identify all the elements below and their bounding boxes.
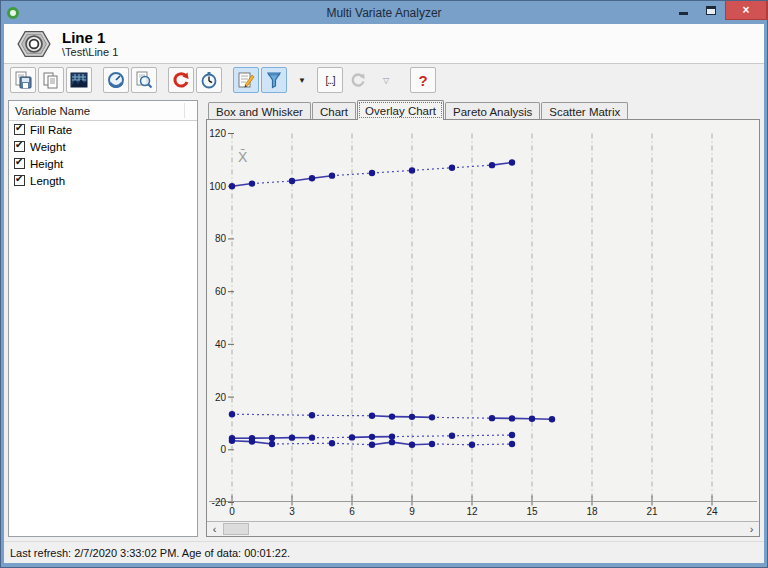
data-point <box>309 434 315 440</box>
save-button[interactable] <box>10 67 36 93</box>
main-content: Variable Name Fill RateWeightHeightLengt… <box>4 96 764 541</box>
data-point <box>509 432 515 438</box>
checkbox-icon[interactable] <box>14 124 25 135</box>
data-point <box>289 178 295 184</box>
tab-strip: Box and WhiskerChartOverlay ChartPareto … <box>206 100 760 120</box>
svg-text:60: 60 <box>215 286 227 297</box>
data-point <box>389 413 395 419</box>
svg-text:0: 0 <box>229 506 235 517</box>
data-point <box>329 440 335 446</box>
help-button[interactable]: ? <box>410 67 436 93</box>
variable-row-height[interactable]: Height <box>9 155 197 172</box>
variable-label: Weight <box>30 141 66 153</box>
status-text: Last refresh: 2/7/2020 3:33:02 PM. Age o… <box>10 547 290 559</box>
data-point <box>369 413 375 419</box>
status-bar: Last refresh: 2/7/2020 3:33:02 PM. Age o… <box>4 541 764 563</box>
data-point <box>349 434 355 440</box>
tab-overlay-chart[interactable]: Overlay Chart <box>357 100 444 120</box>
tab-area: Box and WhiskerChartOverlay ChartPareto … <box>206 100 760 537</box>
data-point <box>249 180 255 186</box>
data-point <box>449 433 455 439</box>
clock-icon <box>200 71 218 89</box>
data-point <box>429 441 435 447</box>
document-pencil-icon <box>237 71 255 89</box>
data-point <box>529 415 535 421</box>
refresh-timer-button[interactable] <box>196 67 222 93</box>
filter-dropdown-button[interactable]: ▼ <box>289 67 315 93</box>
data-point <box>489 162 495 168</box>
variable-row-fill-rate[interactable]: Fill Rate <box>9 121 197 138</box>
data-point <box>229 183 235 189</box>
data-point <box>449 165 455 171</box>
chart-horizontal-scrollbar[interactable]: ‹ › <box>207 521 759 536</box>
data-point <box>369 434 375 440</box>
refresh-button[interactable] <box>168 67 194 93</box>
down-triangle-outline-icon: ▽ <box>383 76 389 85</box>
svg-text:20: 20 <box>215 392 227 403</box>
checkbox-icon[interactable] <box>14 175 25 186</box>
tab-chart[interactable]: Chart <box>312 102 356 120</box>
data-point <box>269 435 275 441</box>
svg-text:6: 6 <box>349 506 355 517</box>
edit-annotations-button[interactable] <box>233 67 259 93</box>
variables-column-header[interactable]: Variable Name <box>9 101 197 121</box>
panel-splitter[interactable] <box>198 100 206 537</box>
funnel-icon <box>265 71 283 89</box>
variable-label: Length <box>30 175 65 187</box>
variable-label: Height <box>30 158 63 170</box>
gauge-icon <box>107 71 125 89</box>
data-point <box>489 415 495 421</box>
checkbox-icon[interactable] <box>14 158 25 169</box>
export-chart-image-button[interactable] <box>66 67 92 93</box>
floppy-disk-icon <box>14 71 32 89</box>
data-point <box>369 442 375 448</box>
svg-text:9: 9 <box>409 506 415 517</box>
data-point <box>389 433 395 439</box>
checkbox-icon[interactable] <box>14 141 25 152</box>
ellipsis-options-button[interactable]: [...] <box>317 67 343 93</box>
magnifier-document-icon <box>135 71 153 89</box>
undo-dropdown-button: ▽ <box>373 67 399 93</box>
data-point <box>229 438 235 444</box>
data-point <box>309 175 315 181</box>
maximize-icon <box>706 6 716 15</box>
svg-text:21: 21 <box>646 506 658 517</box>
scrollbar-track[interactable] <box>222 522 744 536</box>
tab-box-and-whisker[interactable]: Box and Whisker <box>208 102 311 120</box>
nut-icon <box>16 29 52 59</box>
filter-button[interactable] <box>261 67 287 93</box>
tab-pareto-analysis[interactable]: Pareto Analysis <box>445 102 540 120</box>
breadcrumb: \Test\Line 1 <box>62 46 118 59</box>
data-point <box>369 170 375 176</box>
document-header: Line 1 \Test\Line 1 <box>4 24 764 64</box>
tab-scatter-matrix[interactable]: Scatter Matrix <box>541 102 628 120</box>
xbar-annotation: X̄ <box>238 149 248 165</box>
scroll-left-button[interactable]: ‹ <box>207 522 222 536</box>
data-point <box>329 172 335 178</box>
copy-pages-icon <box>42 71 60 89</box>
gauge-view-button[interactable] <box>103 67 129 93</box>
variables-list: Fill RateWeightHeightLength <box>9 121 197 189</box>
scrollbar-thumb[interactable] <box>223 523 249 535</box>
svg-text:40: 40 <box>215 339 227 350</box>
data-point <box>309 412 315 418</box>
copy-button[interactable] <box>38 67 64 93</box>
scroll-right-button[interactable]: › <box>744 522 759 536</box>
variable-row-weight[interactable]: Weight <box>9 138 197 155</box>
chevron-down-icon: ▼ <box>298 76 306 85</box>
data-point <box>509 415 515 421</box>
chevron-right-icon: › <box>750 523 754 535</box>
window-title: Multi Variate Analyzer <box>1 6 767 20</box>
svg-text:18: 18 <box>586 506 598 517</box>
variable-label: Fill Rate <box>30 124 72 136</box>
data-point <box>229 411 235 417</box>
data-point <box>509 159 515 165</box>
variable-row-length[interactable]: Length <box>9 172 197 189</box>
chart-image-icon <box>70 71 88 89</box>
app-window: Multi Variate Analyzer × Line 1 \Test\Li… <box>0 0 768 568</box>
svg-text:24: 24 <box>706 506 718 517</box>
preview-button[interactable] <box>131 67 157 93</box>
chevron-left-icon: ‹ <box>213 523 217 535</box>
data-point <box>409 442 415 448</box>
data-point <box>289 434 295 440</box>
